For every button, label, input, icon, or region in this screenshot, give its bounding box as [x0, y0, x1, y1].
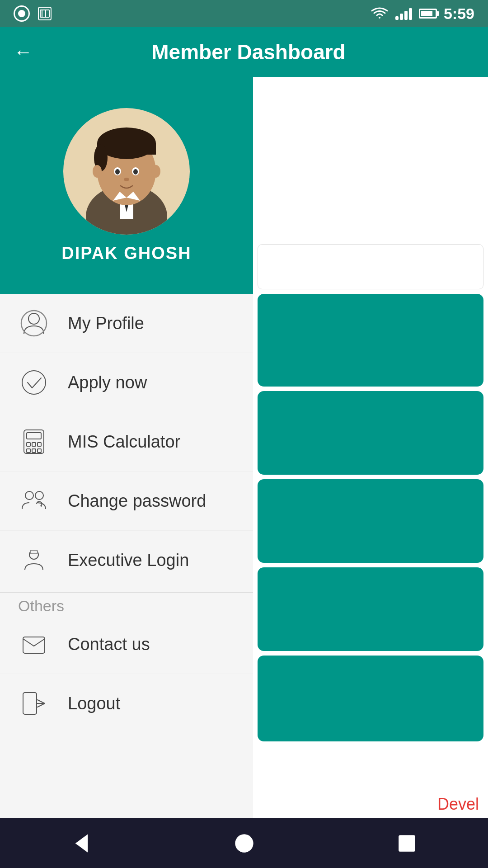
check-circle-icon — [18, 367, 50, 398]
users-refresh-icon — [18, 485, 50, 517]
teal-card-4 — [258, 567, 483, 651]
right-panel — [253, 77, 488, 836]
svg-rect-28 — [32, 443, 36, 446]
apply-now-label: Apply now — [68, 373, 147, 392]
app-header: ← Member Dashboard — [0, 27, 488, 77]
menu-item-logout[interactable]: Logout — [0, 674, 253, 733]
devel-text: Devel — [437, 795, 479, 814]
others-label: Others — [0, 584, 82, 619]
battery-icon — [419, 9, 437, 19]
teal-card-2 — [258, 391, 483, 475]
menu-item-change-password[interactable]: Change password — [0, 472, 253, 531]
wifi-icon — [371, 7, 389, 20]
time-display: 5:59 — [444, 5, 474, 23]
calculator-icon — [18, 426, 50, 458]
svg-rect-27 — [27, 443, 30, 446]
person-badge-icon — [18, 544, 50, 576]
right-panel-input[interactable] — [258, 244, 483, 289]
svg-rect-29 — [38, 443, 41, 446]
svg-rect-32 — [38, 449, 41, 453]
status-bar: 5:59 — [0, 0, 488, 27]
menu-item-apply-now[interactable]: Apply now — [0, 353, 253, 412]
signal-icon — [395, 7, 412, 20]
menu-item-executive-login[interactable]: Executive Login — [0, 531, 253, 590]
svg-point-24 — [22, 371, 46, 394]
executive-login-label: Executive Login — [68, 551, 189, 570]
record-icon — [14, 5, 30, 22]
status-icons-right: 5:59 — [371, 5, 474, 23]
svg-point-33 — [25, 491, 33, 500]
svg-rect-48 — [23, 693, 37, 714]
teal-card-1 — [258, 294, 483, 387]
svg-rect-36 — [30, 550, 38, 554]
avatar-image — [66, 113, 188, 235]
svg-point-51 — [235, 834, 253, 852]
svg-point-19 — [151, 165, 160, 178]
svg-point-16 — [133, 169, 138, 175]
user-name: DIPAK GHOSH — [61, 244, 191, 263]
menu-item-mis-calculator[interactable]: MIS Calculator — [0, 412, 253, 472]
logout-label: Logout — [68, 694, 120, 713]
svg-point-15 — [115, 169, 120, 175]
mis-calculator-label: MIS Calculator — [68, 432, 180, 452]
others-section: Others Contact us Logout — [0, 588, 253, 733]
right-panel-white-area — [253, 77, 488, 240]
svg-point-0 — [18, 10, 25, 17]
nav-recent-button[interactable] — [389, 825, 425, 861]
change-password-label: Change password — [68, 491, 206, 511]
svg-rect-52 — [399, 835, 415, 852]
sim-icon — [37, 5, 53, 22]
svg-rect-26 — [27, 433, 41, 439]
profile-section: DIPAK GHOSH — [0, 77, 253, 294]
logout-icon — [18, 688, 50, 719]
svg-point-23 — [21, 311, 47, 336]
menu-item-my-profile[interactable]: My Profile — [0, 294, 253, 353]
svg-rect-47 — [23, 637, 45, 653]
mail-icon — [18, 628, 50, 660]
nav-back-button[interactable] — [63, 825, 99, 861]
svg-marker-50 — [75, 834, 88, 852]
bottom-navigation — [0, 818, 488, 868]
status-icons-left — [14, 5, 53, 22]
page-title: Member Dashboard — [42, 40, 455, 64]
teal-card-3 — [258, 479, 483, 563]
person-icon — [18, 307, 50, 339]
contact-us-label: Contact us — [68, 635, 150, 654]
menu-item-contact-us[interactable]: Contact us — [0, 615, 253, 674]
svg-point-34 — [35, 491, 43, 500]
svg-rect-31 — [32, 449, 36, 453]
teal-card-5 — [258, 656, 483, 741]
svg-point-17 — [124, 178, 129, 181]
nav-home-button[interactable] — [226, 825, 262, 861]
svg-point-22 — [28, 313, 39, 324]
svg-point-18 — [93, 165, 102, 178]
back-button[interactable]: ← — [14, 42, 33, 61]
my-profile-label: My Profile — [68, 314, 144, 333]
avatar — [63, 108, 190, 235]
svg-rect-30 — [27, 449, 30, 453]
